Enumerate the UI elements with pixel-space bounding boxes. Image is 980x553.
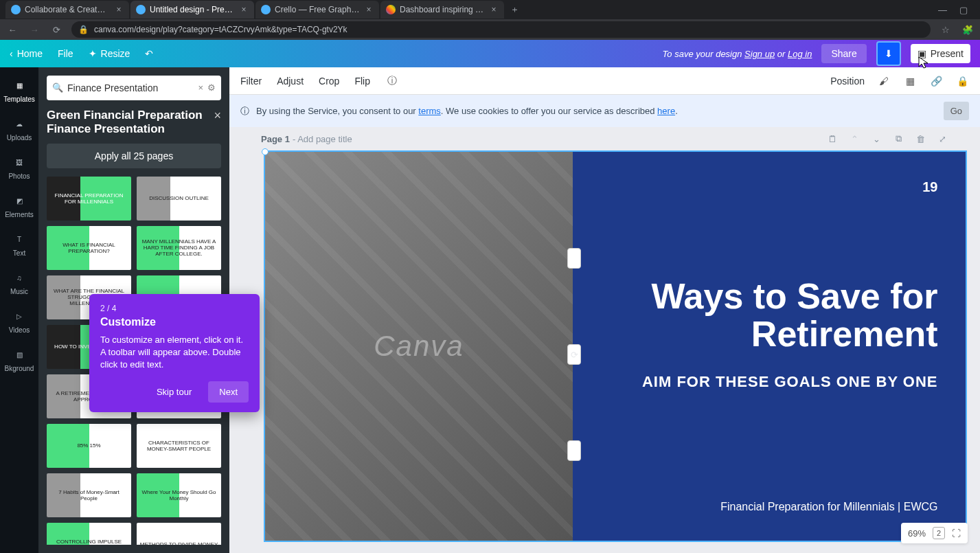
back-button[interactable]: ← [5, 23, 19, 36]
login-link[interactable]: Log in [788, 49, 812, 59]
present-label: Present [931, 48, 964, 59]
slide[interactable]: Canva 19 Ways to Save for Retirement AIM… [264, 150, 967, 542]
browser-tab[interactable]: Dashboard inspiring designs - G × [380, 1, 504, 19]
edge-handle[interactable] [567, 440, 581, 461]
copy-style-icon[interactable]: 🖌 [877, 74, 891, 88]
template-thumb[interactable]: DISCUSSION OUTLINE [137, 177, 221, 221]
clear-icon[interactable]: × [198, 82, 203, 93]
minimize-icon[interactable]: — [938, 5, 947, 15]
banner-dismiss[interactable]: Go [944, 102, 969, 120]
rail-uploads[interactable]: ☁ Uploads [0, 111, 38, 147]
rail-templates[interactable]: ▦ Templates [0, 73, 38, 109]
slide-image[interactable]: Canva [265, 152, 573, 541]
template-thumb[interactable]: 7 Habits of Money-Smart People [47, 473, 131, 517]
share-button[interactable]: Share [821, 44, 866, 63]
transparency-icon[interactable]: ▦ [903, 74, 917, 88]
url-bar[interactable]: 🔒 canva.com/design/play?category=tACZCrv… [71, 21, 931, 38]
page-header: Page 1 - Add page title 🗒 ⌃ ⌄ ⧉ 🗑 ⤢ [229, 127, 980, 150]
page-down-icon[interactable]: ⌄ [870, 133, 882, 145]
slide-footer[interactable]: Financial Preparation for Millennials | … [600, 501, 937, 513]
resize-button[interactable]: ✦ Resize [89, 48, 130, 59]
maximize-icon[interactable]: ▢ [959, 5, 968, 15]
crop-button[interactable]: Crop [319, 76, 339, 87]
apply-all-button[interactable]: Apply all 25 pages [47, 144, 221, 168]
slide-text-panel[interactable]: 19 Ways to Save for Retirement AIM FOR T… [573, 152, 965, 541]
close-icon[interactable]: × [364, 5, 374, 14]
rail-elements[interactable]: ◩ Elements [0, 188, 38, 224]
browser-tab[interactable]: Untitled design - Presentation (1 × [130, 1, 254, 19]
or-text: or [775, 49, 788, 59]
info-icon[interactable]: ⓘ [385, 74, 399, 88]
template-title: Green Financial Preparation Finance Pres… [47, 109, 214, 137]
template-thumb[interactable]: 85% 15% [47, 424, 131, 468]
forward-button[interactable]: → [27, 23, 41, 36]
zoom-value[interactable]: 69% [908, 528, 926, 539]
background-icon: ▧ [12, 348, 26, 362]
notes-icon[interactable]: 🗒 [826, 133, 839, 145]
fullscreen-icon[interactable]: ⛶ [952, 528, 961, 539]
rail-videos[interactable]: ▷ Videos [0, 304, 38, 339]
filter-button[interactable]: Filter [240, 76, 262, 87]
banner-suffix: . [675, 106, 678, 116]
adjust-button[interactable]: Adjust [277, 76, 304, 87]
rail-text[interactable]: T Text [0, 227, 38, 262]
new-tab-button[interactable]: ＋ [505, 1, 523, 19]
template-thumb[interactable]: FINANCIAL PREPARATION FOR MILLENNIALS [47, 177, 131, 221]
filter-icon[interactable]: ⚙ [207, 82, 216, 93]
address-bar: ← → ⟳ 🔒 canva.com/design/play?category=t… [0, 19, 980, 40]
download-button[interactable]: ⬇ [876, 41, 901, 66]
undo-button[interactable]: ↶ [145, 48, 153, 59]
page-hint[interactable]: - Add page title [293, 134, 352, 144]
template-thumb[interactable]: Where Your Money Should Go Monthly [137, 473, 221, 517]
template-thumb[interactable]: MANY MILLENNIALS HAVE A HARD TIME FINDIN… [137, 226, 221, 270]
close-icon[interactable]: × [214, 109, 221, 123]
resize-handle[interactable] [262, 148, 269, 155]
add-page-icon[interactable]: ⤢ [936, 133, 948, 145]
browser-tab[interactable]: Crello — Free Graphic Design So × [255, 1, 379, 19]
app-header: ‹ Home File ✦ Resize ↶ To save your desi… [0, 40, 980, 67]
file-button[interactable]: File [58, 48, 73, 59]
lock-icon: 🔒 [78, 25, 89, 34]
template-thumb[interactable]: CONTROLLING IMPULSE PURCHASES [47, 523, 131, 545]
skip-tour-button[interactable]: Skip tour [147, 381, 201, 403]
position-button[interactable]: Position [830, 76, 865, 87]
bookmark-button[interactable]: ☆ [939, 23, 953, 36]
rail-background[interactable]: ▧ Bkground [0, 342, 38, 378]
lock-icon[interactable]: 🔒 [955, 74, 969, 88]
terms-link[interactable]: terms [418, 106, 441, 116]
edge-handle[interactable] [567, 248, 581, 269]
url-text: canva.com/design/play?category=tACZCrvyA… [94, 25, 347, 34]
search-input[interactable] [67, 82, 194, 93]
rotate-handle[interactable]: ⟳ [567, 344, 581, 365]
magic-icon: ✦ [89, 48, 97, 59]
delete-icon[interactable]: 🗑 [914, 133, 926, 145]
page-up-icon[interactable]: ⌃ [848, 133, 861, 145]
close-icon[interactable]: × [114, 5, 124, 14]
signup-link[interactable]: Sign up [744, 49, 775, 59]
slide-subtitle[interactable]: AIM FOR THESE GOALS ONE BY ONE [600, 373, 937, 391]
slide-title[interactable]: Ways to Save for Retirement [600, 278, 937, 352]
pages-count[interactable]: 2 [933, 527, 945, 539]
tab-title: Untitled design - Presentation (1 [150, 5, 235, 14]
template-thumb[interactable]: METHODS TO DIVIDE MONEY [137, 523, 221, 545]
reload-button[interactable]: ⟳ [49, 23, 63, 36]
browser-tab[interactable]: Collaborate & Create Amazing G × [5, 1, 129, 19]
text-icon: T [12, 233, 26, 247]
photos-icon: 🖼 [12, 156, 26, 170]
template-thumb[interactable]: WHAT IS FINANCIAL PREPARATION? [47, 226, 131, 270]
close-icon[interactable]: × [489, 5, 499, 14]
duplicate-icon[interactable]: ⧉ [892, 133, 904, 145]
chevron-left-icon: ‹ [10, 48, 13, 59]
close-icon[interactable]: × [239, 5, 249, 14]
rail-photos[interactable]: 🖼 Photos [0, 150, 38, 185]
extensions-button[interactable]: 🧩 [961, 23, 975, 36]
present-button[interactable]: ▣ Present [911, 44, 970, 63]
flip-button[interactable]: Flip [354, 76, 370, 87]
here-link[interactable]: here [657, 106, 675, 116]
template-thumb[interactable]: CHARACTERISTICS OF MONEY-SMART PEOPLE [137, 424, 221, 468]
link-icon[interactable]: 🔗 [929, 74, 943, 88]
next-button[interactable]: Next [208, 381, 249, 403]
home-button[interactable]: ‹ Home [10, 48, 43, 59]
tool-rail: ▦ Templates ☁ Uploads 🖼 Photos ◩ Element… [0, 67, 38, 553]
rail-music[interactable]: ♫ Music [0, 265, 38, 301]
